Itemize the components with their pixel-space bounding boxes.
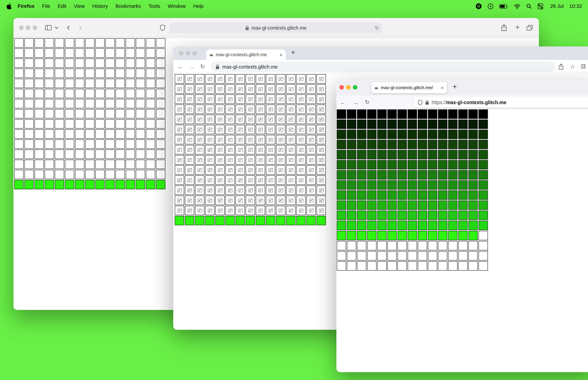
forward-button[interactable]: › [79, 22, 82, 32]
close-window-button[interactable] [19, 25, 23, 30]
gl-canvas-cell [306, 155, 316, 165]
gl-canvas-cell [266, 186, 275, 195]
back-button[interactable]: ← [178, 63, 183, 70]
menu-item-bookmarks[interactable]: Bookmarks [115, 3, 141, 9]
broken-image-icon [279, 168, 283, 172]
reload-button[interactable]: ↻ [375, 25, 379, 31]
close-tab-icon[interactable]: × [441, 85, 444, 91]
broken-image-icon [268, 138, 273, 142]
gl-canvas-cell [317, 165, 326, 175]
menu-bar-date[interactable]: 26 Jul [550, 3, 564, 9]
reload-button[interactable]: ↻ [200, 63, 205, 70]
wifi-icon[interactable] [514, 3, 521, 9]
broken-image-icon [238, 77, 243, 81]
share-icon[interactable] [558, 63, 564, 70]
broken-image-icon [218, 148, 222, 152]
broken-image-icon [309, 97, 313, 101]
chrome-tab-strip[interactable]: ∞ max-gl-contexts.glitch.me × + [173, 46, 588, 60]
reload-button[interactable]: ↻ [365, 99, 370, 106]
gl-canvas-cell [387, 140, 397, 149]
menu-item-window[interactable]: Window [168, 3, 186, 9]
apple-menu-icon[interactable] [6, 3, 12, 9]
new-tab-button[interactable]: + [515, 23, 520, 32]
menu-item-help[interactable]: Help [193, 3, 204, 9]
new-tab-button[interactable]: + [291, 48, 295, 57]
minimize-window-button[interactable] [186, 51, 190, 56]
close-window-button[interactable] [179, 51, 183, 56]
lock-icon[interactable] [425, 100, 429, 105]
bookmark-star-icon[interactable]: ☆ [570, 63, 575, 70]
forward-button[interactable]: → [189, 63, 195, 70]
broken-image-icon [238, 128, 243, 131]
firefox-tab-bar[interactable]: ∞ max-gl-contexts.glitch.me/ × + [336, 80, 588, 95]
zoom-window-button[interactable] [353, 85, 357, 90]
sidebar-toggle-button[interactable] [45, 25, 52, 30]
broken-image-icon [309, 138, 313, 142]
address-bar[interactable]: https://max-gl-contexts.glitch.me [414, 97, 588, 108]
close-window-button[interactable] [340, 85, 344, 90]
back-button[interactable]: ← [340, 99, 346, 105]
tab-overview-icon[interactable] [527, 25, 533, 30]
menu-item-file[interactable]: File [42, 3, 50, 9]
gl-canvas-cell [337, 201, 346, 210]
chevron-down-icon[interactable] [55, 26, 58, 29]
gl-canvas-cell [478, 120, 488, 129]
gl-canvas-cell [347, 170, 356, 179]
gl-canvas-cell [347, 130, 356, 139]
battery-icon[interactable] [499, 4, 508, 8]
broken-image-icon [248, 209, 252, 212]
gl-canvas-cell [448, 150, 457, 159]
broken-image-icon [319, 188, 323, 192]
gl-canvas-cell [317, 196, 326, 205]
gl-canvas-cell [235, 135, 245, 144]
close-tab-icon[interactable]: × [280, 52, 283, 57]
gl-canvas-cell [45, 109, 54, 118]
gl-canvas-cell [235, 95, 245, 104]
gl-canvas-cell [448, 120, 457, 129]
gl-canvas-cell [156, 38, 165, 48]
gl-canvas-cell [246, 74, 255, 83]
privacy-shield-icon[interactable] [160, 24, 165, 31]
gl-canvas-cell [146, 99, 155, 108]
gl-canvas-cell [276, 105, 285, 114]
gl-canvas-cell [306, 165, 316, 175]
share-icon[interactable] [501, 24, 507, 31]
menu-bar-clock[interactable]: 10:32 [569, 3, 582, 9]
broken-image-icon [218, 198, 222, 202]
extensions-puzzle-icon[interactable] [581, 64, 586, 69]
gl-canvas-cell [105, 139, 115, 149]
address-bar[interactable]: max-gl-contexts.glitch.me [211, 61, 555, 72]
gl-canvas-cell [115, 58, 125, 68]
new-tab-button[interactable]: + [453, 83, 457, 91]
menu-item-view[interactable]: View [74, 3, 85, 9]
zoom-window-button[interactable] [33, 25, 37, 30]
safari-toolbar[interactable]: ‹ › max-gl-contexts.glitch.me ↻ + [13, 18, 539, 38]
gl-canvas-cell [35, 99, 44, 108]
gl-canvas-cell [276, 175, 285, 185]
zoom-window-button[interactable] [192, 51, 197, 56]
menu-item-tools[interactable]: Tools [148, 3, 160, 9]
gl-canvas-cell [115, 38, 125, 48]
menu-item-history[interactable]: History [92, 3, 108, 9]
menu-app-name[interactable]: Firefox [18, 3, 35, 9]
gl-canvas-cell [428, 241, 437, 250]
tab-max-gl-contexts[interactable]: ∞ max-gl-contexts.glitch.me × [206, 50, 286, 60]
back-button[interactable]: ‹ [67, 22, 70, 32]
broken-image-icon [248, 188, 252, 192]
gl-canvas-cell [276, 165, 285, 175]
tracking-protection-shield-icon[interactable] [418, 99, 423, 105]
minimize-window-button[interactable] [346, 85, 350, 90]
media-play-icon[interactable] [488, 3, 493, 9]
spotlight-search-icon[interactable] [526, 3, 532, 9]
tab-max-gl-contexts[interactable]: ∞ max-gl-contexts.glitch.me/ × [371, 82, 447, 93]
gl-canvas-cell [105, 38, 115, 48]
minimize-window-button[interactable] [26, 25, 30, 30]
menu-item-edit[interactable]: Edit [58, 3, 66, 9]
broken-image-icon [299, 158, 303, 162]
grammarly-icon[interactable]: G [475, 3, 482, 9]
address-bar[interactable]: max-gl-contexts.glitch.me ↻ [170, 22, 382, 33]
broken-image-icon [309, 168, 313, 172]
control-center-icon[interactable] [537, 3, 543, 9]
forward-button[interactable]: → [353, 99, 358, 105]
broken-image-icon [268, 107, 273, 111]
